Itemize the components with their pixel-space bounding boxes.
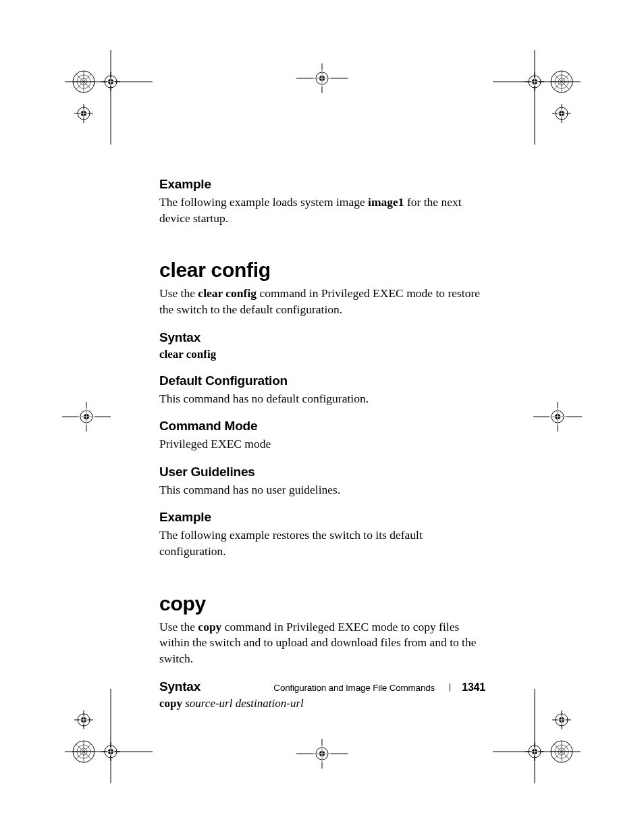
- crop-mark-icon: [58, 50, 153, 145]
- svg-point-20: [552, 411, 564, 423]
- svg-point-94: [555, 745, 568, 758]
- chapter-title: Configuration and Image File Commands: [273, 683, 435, 693]
- svg-point-68: [73, 741, 95, 762]
- command-args: source-url destination-url: [185, 697, 304, 710]
- svg-line-93: [554, 744, 569, 759]
- image-name: image1: [368, 195, 404, 209]
- svg-point-40: [81, 111, 86, 116]
- svg-point-54: [529, 76, 541, 88]
- svg-point-97: [532, 749, 537, 754]
- example-heading: Example: [159, 510, 490, 525]
- command-title-copy: copy: [159, 592, 490, 615]
- crop-mark-icon: [493, 50, 587, 145]
- syntax-line: clear config: [159, 348, 490, 361]
- registration-mark-icon: [62, 402, 111, 432]
- svg-line-29: [76, 74, 91, 89]
- default-config-heading: Default Configuration: [159, 373, 490, 388]
- intro-text: Use the clear config command in Privileg…: [159, 286, 490, 317]
- command-name: clear config: [198, 286, 257, 300]
- svg-point-74: [80, 748, 87, 755]
- svg-point-81: [78, 714, 90, 726]
- crop-mark-icon: [58, 689, 153, 783]
- svg-point-31: [77, 75, 90, 88]
- divider-icon: [450, 683, 450, 692]
- intro-text: Use the copy command in Privileged EXEC …: [159, 619, 490, 667]
- page-number: 1341: [462, 681, 485, 693]
- svg-point-8: [316, 748, 328, 760]
- text: Use the: [159, 620, 198, 633]
- svg-line-71: [76, 744, 91, 759]
- content-column: Example The following example loads syst…: [159, 177, 490, 710]
- user-guidelines-text: This command has no user guidelines.: [159, 482, 490, 498]
- svg-point-95: [558, 748, 565, 755]
- svg-point-76: [108, 749, 113, 754]
- text: Use the: [159, 286, 198, 300]
- svg-line-50: [554, 74, 569, 89]
- svg-point-15: [84, 414, 89, 419]
- svg-point-34: [108, 79, 113, 84]
- svg-point-32: [80, 78, 87, 85]
- svg-point-47: [551, 71, 572, 93]
- command-mode-text: Privileged EXEC mode: [159, 436, 490, 452]
- svg-point-39: [78, 107, 90, 120]
- svg-point-26: [73, 71, 95, 93]
- crop-mark-icon: [493, 689, 587, 783]
- svg-point-2: [316, 72, 328, 84]
- svg-point-9: [319, 751, 325, 756]
- svg-point-33: [105, 76, 117, 88]
- registration-mark-icon: [296, 63, 348, 93]
- command-title-clear-config: clear config: [159, 259, 490, 282]
- svg-point-21: [555, 414, 560, 419]
- command-name: copy: [159, 697, 182, 710]
- example-text: The following example restores the switc…: [159, 527, 490, 559]
- syntax-heading: Syntax: [159, 330, 490, 345]
- command-name: copy: [198, 620, 221, 633]
- svg-point-82: [81, 717, 86, 723]
- svg-point-55: [532, 79, 537, 84]
- registration-mark-icon: [296, 739, 348, 768]
- example-text: The following example loads system image…: [159, 194, 490, 226]
- registration-mark-icon: [533, 402, 582, 432]
- syntax-line: copy source-url destination-url: [159, 697, 490, 710]
- page: Example The following example loads syst…: [0, 0, 644, 834]
- svg-line-30: [76, 74, 91, 89]
- svg-point-89: [551, 741, 572, 762]
- svg-line-72: [76, 744, 91, 759]
- svg-point-53: [558, 78, 565, 85]
- svg-point-60: [556, 107, 568, 120]
- svg-point-75: [105, 746, 117, 758]
- page-footer: Configuration and Image File Commands 13…: [273, 681, 485, 694]
- example-heading: Example: [159, 177, 490, 192]
- svg-point-102: [556, 714, 568, 726]
- svg-line-51: [554, 74, 569, 89]
- svg-point-73: [77, 745, 90, 758]
- default-config-text: This command has no default configuratio…: [159, 391, 490, 407]
- svg-point-96: [529, 746, 541, 758]
- user-guidelines-heading: User Guidelines: [159, 465, 490, 479]
- svg-point-103: [559, 717, 564, 723]
- svg-line-92: [554, 744, 569, 759]
- svg-point-52: [555, 75, 568, 88]
- svg-point-14: [80, 411, 92, 423]
- svg-point-3: [319, 76, 325, 81]
- command-mode-heading: Command Mode: [159, 419, 490, 434]
- text: The following example loads system image: [159, 195, 368, 209]
- svg-point-61: [559, 111, 564, 116]
